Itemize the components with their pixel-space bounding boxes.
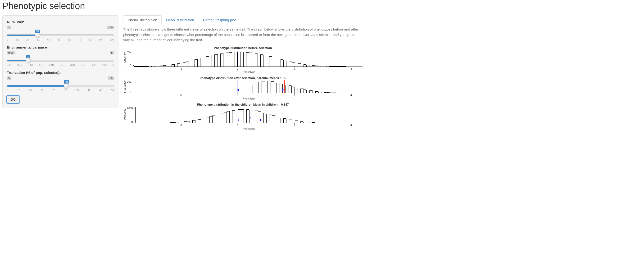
histogram-bar (265, 81, 268, 93)
histogram-bar (174, 64, 177, 66)
histogram-bar (266, 114, 269, 123)
histogram-bar (309, 65, 312, 66)
slider-max: 100 (107, 26, 114, 29)
histogram-bar (226, 52, 229, 66)
selection-arrow: R (238, 120, 262, 120)
histogram-bar (312, 91, 316, 93)
histogram-bar (275, 116, 278, 123)
histogram-bar (150, 123, 152, 123)
chart-yaxis: 1500 (127, 80, 134, 93)
slider-handle[interactable] (26, 58, 31, 63)
tab-1[interactable]: Geno. distribution (162, 15, 198, 24)
histogram-bar (157, 66, 160, 66)
histogram-bar (141, 123, 144, 123)
histogram-bar (232, 52, 234, 66)
chart-xlabel: Phenotype (136, 97, 362, 100)
slider-label: Num. loci: (7, 20, 114, 24)
histogram-bar (160, 66, 163, 66)
histogram-bar (172, 122, 175, 123)
histogram-bar (201, 119, 204, 123)
chart-xaxis: -2024 (136, 93, 362, 97)
histogram-bar (258, 54, 260, 66)
histogram-bar (264, 113, 266, 123)
slider-track[interactable] (7, 60, 114, 61)
chart-ylabel: Frequency (123, 80, 126, 93)
histogram-bar (286, 119, 289, 123)
histogram-bar (306, 90, 310, 93)
histogram-bar (243, 52, 246, 66)
histogram-bar (154, 66, 157, 66)
slider-group-0: Num. loci:2100302122232425262728292100 (7, 20, 114, 41)
slider-track[interactable] (7, 85, 114, 87)
histogram-bar (203, 57, 206, 66)
histogram-bar (268, 81, 270, 93)
go-button[interactable]: GO (7, 96, 19, 103)
slider-min: 5 (7, 76, 11, 80)
histogram-bar (318, 123, 320, 123)
histogram-bar (346, 93, 348, 93)
slider-value: 1 (26, 55, 30, 58)
histogram-bar (338, 123, 340, 123)
histogram-bar (280, 83, 283, 93)
histogram-bar (204, 118, 206, 123)
histogram-bar (241, 109, 244, 123)
histogram-bar (140, 66, 143, 66)
tabs: Pheno. distributionGeno. distributionPar… (123, 15, 362, 24)
histogram-bar (304, 89, 306, 93)
histogram-bar (318, 66, 320, 66)
slider-handle[interactable] (64, 83, 69, 89)
histogram-bar (256, 83, 259, 93)
histogram-bar (223, 53, 226, 66)
page-title: Phenotypic selection (2, 1, 362, 11)
histogram-bar (270, 81, 274, 93)
chart-plot-area: S (134, 80, 362, 93)
histogram-bar (186, 61, 188, 66)
selection-arrow-label: R (249, 116, 251, 120)
histogram-bar (195, 120, 198, 123)
chart-title: Phenotype distribution in the children M… (123, 103, 362, 106)
histogram-bar (244, 109, 246, 123)
histogram-bar (255, 53, 258, 66)
histogram-bar (312, 122, 315, 123)
histogram-bar (315, 91, 318, 93)
histogram-bar (238, 52, 240, 66)
histogram-bar (295, 120, 298, 123)
marker-origin (237, 50, 238, 66)
histogram-bar (330, 93, 333, 93)
histogram-bar (218, 54, 220, 66)
histogram-bar (328, 92, 330, 93)
histogram-bar (275, 58, 278, 66)
histogram-bar (152, 66, 154, 66)
slider-track[interactable] (7, 34, 114, 36)
histogram-bar (335, 66, 338, 66)
histogram-bar (336, 93, 340, 93)
histogram-bar (322, 92, 324, 93)
histogram-bar (190, 121, 192, 123)
histogram-bar (301, 64, 304, 66)
histogram-bar (272, 115, 275, 123)
histogram-bar (240, 52, 243, 66)
histogram-bar (166, 65, 169, 66)
histogram-bar (344, 66, 346, 66)
histogram-bar (300, 121, 303, 123)
tab-0[interactable]: Pheno. distribution (123, 15, 162, 24)
histogram-bar (288, 85, 292, 93)
histogram-bar (226, 111, 229, 123)
slider-value: 30 (64, 80, 69, 84)
histogram-bar (340, 123, 343, 123)
histogram-bar (156, 123, 158, 123)
histogram-bar (332, 123, 334, 123)
slider-ticks: 0.010.511.011.512.012.513.013.514.014.51… (7, 63, 114, 66)
chart-title: Phenotype distribution before selection (123, 46, 362, 50)
slider-ticks: 5101520253035404550 (7, 89, 114, 92)
histogram-bar (229, 111, 232, 123)
histogram-bar (163, 65, 166, 66)
histogram-bar (238, 109, 241, 123)
histogram-bar (263, 55, 266, 66)
slider-handle[interactable] (35, 33, 40, 38)
chart-yaxis: 4000 (127, 50, 134, 67)
histogram-bar (312, 65, 315, 66)
histogram-bar (137, 66, 140, 66)
tab-2[interactable]: Parent-Offspring plot (198, 15, 240, 24)
histogram-bar (326, 66, 329, 66)
